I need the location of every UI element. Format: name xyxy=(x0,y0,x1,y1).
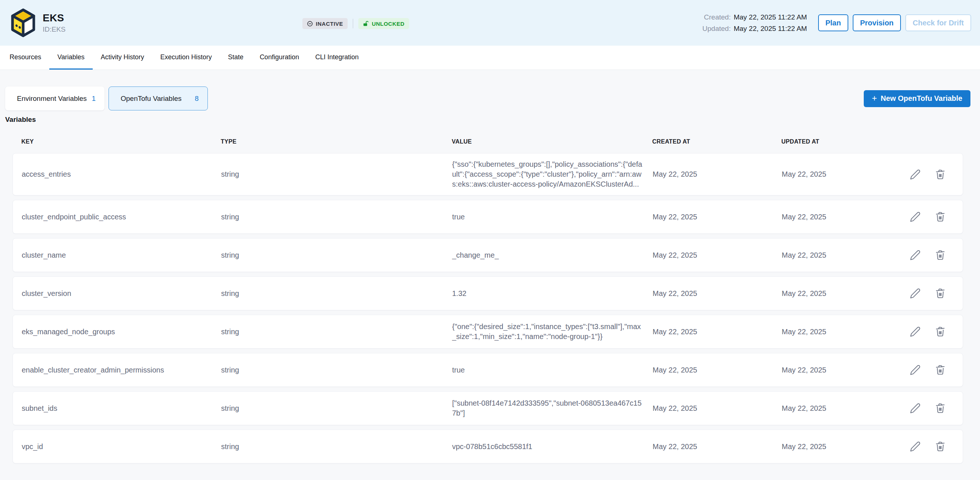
opentofu-variables-count: 8 xyxy=(195,95,199,103)
edit-pencil-icon[interactable] xyxy=(910,403,921,414)
variable-type-cell: string xyxy=(221,442,452,452)
variable-row: eks_managed_node_groupsstring{"one":{"de… xyxy=(13,315,963,349)
tab-execution-history[interactable]: Execution History xyxy=(152,46,220,70)
variable-updated-at-cell: May 22, 2025 xyxy=(782,442,899,452)
subtab-environment-label: Environment Variables xyxy=(17,95,87,103)
variable-created-at-cell: May 22, 2025 xyxy=(652,250,782,260)
plus-icon: + xyxy=(872,94,877,103)
delete-trash-icon[interactable] xyxy=(935,288,946,299)
variable-value-cell: _change_me_ xyxy=(452,250,652,260)
variable-key-cell: cluster_version xyxy=(22,289,221,298)
delete-trash-icon[interactable] xyxy=(935,250,946,261)
row-actions xyxy=(899,364,963,375)
variables-table-body: access_entriesstring{"sso":{"kubernetes_… xyxy=(13,153,963,463)
variable-type-cell: string xyxy=(221,327,452,337)
variable-key-cell: eks_managed_node_groups xyxy=(22,327,221,337)
variable-key-cell: cluster_endpoint_public_access xyxy=(22,212,221,222)
variable-created-at-cell: May 22, 2025 xyxy=(652,289,782,298)
table-header: KEY TYPE VALUE CREATED AT UPDATED AT xyxy=(13,124,963,153)
new-opentofu-variable-button[interactable]: + New OpenTofu Variable xyxy=(864,90,970,107)
created-row: Created: May 22, 2025 11:22 AM xyxy=(702,13,807,21)
variable-kind-subtabs: Environment Variables 1 OpenTofu Variabl… xyxy=(5,86,208,110)
environment-variables-count: 1 xyxy=(92,95,95,103)
variable-row: cluster_versionstring1.32May 22, 2025May… xyxy=(13,276,963,310)
edit-pencil-icon[interactable] xyxy=(910,326,921,337)
tab-variables[interactable]: Variables xyxy=(49,46,93,70)
new-opentofu-variable-label: New OpenTofu Variable xyxy=(881,94,963,103)
lock-badge-label: UNLOCKED xyxy=(372,21,405,27)
environment-page: EKS ID:EKS INACTIVE UNLOCKED Created: Ma… xyxy=(0,0,980,480)
row-actions xyxy=(899,250,963,261)
variable-value-cell: ["subnet-08f14e7142d333595","subnet-0680… xyxy=(452,398,652,418)
variable-row: subnet_idsstring["subnet-08f14e7142d3335… xyxy=(13,391,963,425)
column-header-created-at: CREATED AT xyxy=(652,139,781,145)
title-wrap: EKS ID:EKS xyxy=(43,12,65,33)
edit-pencil-icon[interactable] xyxy=(910,169,921,180)
variable-type-cell: string xyxy=(221,250,452,260)
plan-button[interactable]: Plan xyxy=(818,14,848,31)
tab-state[interactable]: State xyxy=(220,46,251,70)
variable-updated-at-cell: May 22, 2025 xyxy=(782,212,899,222)
subtab-opentofu-variables[interactable]: OpenTofu Variables 8 xyxy=(108,86,208,110)
subtab-opentofu-label: OpenTofu Variables xyxy=(121,95,181,103)
variable-created-at-cell: May 22, 2025 xyxy=(652,212,782,222)
edit-pencil-icon[interactable] xyxy=(910,288,921,299)
row-actions xyxy=(899,288,963,299)
open-padlock-icon xyxy=(363,21,369,27)
variable-type-cell: string xyxy=(221,403,452,413)
variable-created-at-cell: May 22, 2025 xyxy=(652,169,782,179)
variable-value-cell: true xyxy=(452,365,652,375)
tab-activity-history[interactable]: Activity History xyxy=(93,46,152,70)
variable-updated-at-cell: May 22, 2025 xyxy=(782,327,899,337)
provision-button[interactable]: Provision xyxy=(853,14,901,31)
column-header-key: KEY xyxy=(21,139,221,145)
variable-updated-at-cell: May 22, 2025 xyxy=(782,250,899,260)
variable-updated-at-cell: May 22, 2025 xyxy=(782,289,899,298)
lock-badge: UNLOCKED xyxy=(358,18,409,29)
tab-configuration[interactable]: Configuration xyxy=(251,46,307,70)
row-actions xyxy=(899,326,963,337)
subtab-row: Environment Variables 1 OpenTofu Variabl… xyxy=(5,86,970,110)
variable-type-cell: string xyxy=(221,212,452,222)
variable-created-at-cell: May 22, 2025 xyxy=(652,327,782,337)
status-badge: INACTIVE xyxy=(302,18,348,29)
row-actions xyxy=(899,403,963,414)
column-header-value: VALUE xyxy=(452,139,652,145)
variable-type-cell: string xyxy=(221,365,452,375)
delete-trash-icon[interactable] xyxy=(935,326,946,337)
edit-pencil-icon[interactable] xyxy=(910,441,921,452)
edit-pencil-icon[interactable] xyxy=(910,211,921,222)
page-title: EKS xyxy=(43,12,65,24)
row-actions xyxy=(899,211,963,222)
header-actions: Plan Provision Check for Drift xyxy=(818,14,971,31)
variable-type-cell: string xyxy=(221,169,452,179)
topbar: EKS ID:EKS INACTIVE UNLOCKED Created: Ma… xyxy=(0,0,980,46)
variable-key-cell: vpc_id xyxy=(22,442,221,452)
variable-created-at-cell: May 22, 2025 xyxy=(652,365,782,375)
updated-label: Updated: xyxy=(702,25,730,33)
delete-trash-icon[interactable] xyxy=(935,364,946,375)
delete-trash-icon[interactable] xyxy=(935,403,946,414)
variable-key-cell: enable_cluster_creator_admin_permissions xyxy=(22,365,221,375)
row-actions xyxy=(899,169,963,180)
created-value: May 22, 2025 11:22 AM xyxy=(733,13,807,21)
badge-divider xyxy=(353,19,353,28)
variable-updated-at-cell: May 22, 2025 xyxy=(782,169,899,179)
variable-row: vpc_idstringvpc-078b51c6cbc5581f1May 22,… xyxy=(13,430,963,463)
variable-value-cell: {"one":{"desired_size":1,"instance_types… xyxy=(452,322,652,341)
tab-cli-integration[interactable]: CLI Integration xyxy=(307,46,367,70)
tab-resources[interactable]: Resources xyxy=(2,46,49,70)
variable-created-at-cell: May 22, 2025 xyxy=(652,442,782,452)
delete-trash-icon[interactable] xyxy=(935,441,946,452)
check-for-drift-button[interactable]: Check for Drift xyxy=(905,14,971,31)
subtab-environment-variables[interactable]: Environment Variables 1 xyxy=(5,86,105,110)
delete-trash-icon[interactable] xyxy=(935,169,946,180)
status-badges: INACTIVE UNLOCKED xyxy=(302,18,409,29)
delete-trash-icon[interactable] xyxy=(935,211,946,222)
variable-row: access_entriesstring{"sso":{"kubernetes_… xyxy=(13,153,963,195)
edit-pencil-icon[interactable] xyxy=(910,364,921,375)
updated-value: May 22, 2025 11:22 AM xyxy=(733,25,807,33)
variables-content: Environment Variables 1 OpenTofu Variabl… xyxy=(0,70,980,480)
variable-row: cluster_namestring_change_me_May 22, 202… xyxy=(13,238,963,272)
edit-pencil-icon[interactable] xyxy=(910,250,921,261)
